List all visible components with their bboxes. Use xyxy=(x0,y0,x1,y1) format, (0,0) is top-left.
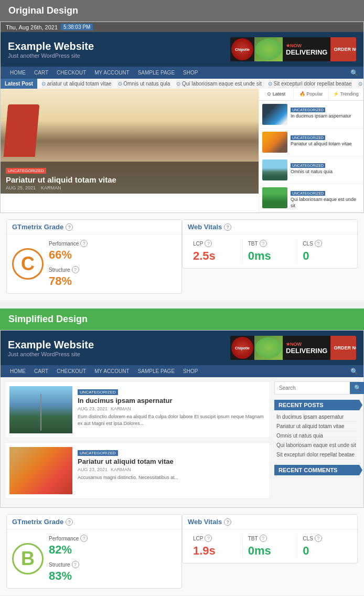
simp-cls-help-icon[interactable]: ? xyxy=(315,535,322,542)
simp-webvitals-panel: Web Vitals ? LCP ? 1.9s TBT ? xyxy=(182,514,358,589)
browser-topbar: Thu, Aug 26th, 2021 5:38:03 PM xyxy=(1,22,363,32)
cls-stat: CLS ? 0 xyxy=(297,240,352,263)
lcp-help-icon[interactable]: ? xyxy=(205,240,212,247)
simp-tbt-stat: TBT ? 0ms xyxy=(243,535,298,558)
simp-struct-help-icon[interactable]: ? xyxy=(72,561,79,568)
article-title-4[interactable]: Qui laboriosam eaque est unde sit xyxy=(291,197,360,209)
simp-structure-label: Structure ? xyxy=(49,561,88,568)
post-title-1[interactable]: In ducimus ipsam aspernatur xyxy=(78,397,265,405)
perf-help-icon[interactable]: ? xyxy=(80,240,88,247)
ad-text: ★NOW DELIVERING xyxy=(283,43,330,56)
article-title-3[interactable]: Omnis ut natus quia xyxy=(291,169,333,175)
gtmetrix-grade-panel: GTmetrix Grade ? C Performance ? 66% xyxy=(6,219,182,294)
ad-order-button[interactable]: ORDER NOW xyxy=(330,37,356,61)
ad-now-text: ★NOW xyxy=(286,43,327,48)
simplified-ad-text: ★NOW DELIVERING xyxy=(283,342,330,355)
search-input[interactable] xyxy=(275,382,350,394)
article-title-2[interactable]: Pariatur ut aliquid totam vitae xyxy=(291,141,352,147)
simplified-branding: Example Website Just another WordPress s… xyxy=(8,339,94,357)
content-area: UNCATEGORIZED Pariatur ut aliquid totam … xyxy=(1,89,363,212)
lcp-stat: LCP ? 2.5s xyxy=(188,240,243,263)
main-slider: UNCATEGORIZED Pariatur ut aliquid totam … xyxy=(1,89,259,194)
latest-badge: Latest Post xyxy=(1,79,37,89)
post-content-1: UNCATEGORIZED In ducimus ipsam aspernatu… xyxy=(78,386,265,433)
simp-nav-checkout[interactable]: CHECKOUT xyxy=(52,365,90,377)
grade-circle: C xyxy=(12,248,44,280)
recent-posts-widget: RECENT POSTS In ducimus ipsam aspernatur… xyxy=(274,400,359,460)
article-item-4: UNCATEGORIZED Qui laboriosam eaque est u… xyxy=(259,184,363,212)
simp-nav-shop[interactable]: SHOP xyxy=(179,365,202,377)
struct-help-icon[interactable]: ? xyxy=(72,266,79,273)
gtmetrix-help-icon[interactable]: ? xyxy=(66,224,73,231)
article-info-4: UNCATEGORIZED Qui laboriosam eaque est u… xyxy=(291,187,360,209)
cls-value: 0 xyxy=(303,249,347,263)
slider-category: UNCATEGORIZED xyxy=(6,168,46,174)
latest-item-2[interactable]: Omnis ut natus quia xyxy=(118,81,170,87)
site-header: Example Website Just another WordPress s… xyxy=(1,32,363,67)
post-cat-2: UNCATEGORIZED xyxy=(78,450,118,456)
performance-value: 66% xyxy=(49,248,88,262)
simp-tbt-help-icon[interactable]: ? xyxy=(260,535,267,542)
grade-stats: Performance ? 66% Structure ? 78% xyxy=(49,240,88,288)
article-item-3: UNCATEGORIZED Omnis ut natus quia xyxy=(259,156,363,184)
search-button[interactable]: 🔍 xyxy=(350,382,364,394)
tab-popular[interactable]: 🔥 Popular xyxy=(294,89,328,100)
post-title-2[interactable]: Pariatur ut aliquid totam vitae xyxy=(78,457,178,465)
article-item-1: UNCATEGORIZED In ducimus ipsam aspernatu… xyxy=(259,101,363,129)
simp-nav-samplepage[interactable]: SAMPLE PAGE xyxy=(134,365,179,377)
nav-search-icon[interactable]: 🔍 xyxy=(350,69,358,77)
simp-gtmetrix-help-icon[interactable]: ? xyxy=(66,518,73,526)
latest-item-3[interactable]: Qui laboriosam eaque est unde sit xyxy=(176,81,262,87)
post-meta-1: AUG 23, 2021 KARMAN xyxy=(78,406,265,411)
search-box[interactable]: 🔍 xyxy=(274,381,359,395)
article-title-1[interactable]: In ducimus ipsam aspernatur xyxy=(291,113,351,120)
latest-item-4[interactable]: Sit excepturi dolor repellat beatae xyxy=(268,81,352,87)
simplified-order-button[interactable]: ORDER NOW xyxy=(330,336,356,360)
post-author-2: KARMAN xyxy=(111,467,131,472)
simplified-section: Simplified Design Example Website Just a… xyxy=(0,308,364,595)
site-title: Example Website xyxy=(8,40,94,52)
recent-post-3[interactable]: Omnis ut natus quia xyxy=(274,431,359,441)
simp-cls-value: 0 xyxy=(303,544,347,558)
latest-item-5[interactable]: In ducin xyxy=(358,81,363,87)
cls-help-icon[interactable]: ? xyxy=(315,240,322,247)
tbt-help-icon[interactable]: ? xyxy=(260,240,267,247)
recent-post-1[interactable]: In ducimus ipsam aspernatur xyxy=(274,412,359,422)
recent-posts-title: RECENT POSTS xyxy=(274,400,359,410)
ad-banner[interactable]: Chipotle ★NOW DELIVERING ORDER NOW xyxy=(230,37,356,61)
gtmetrix-body: C Performance ? 66% Structure xyxy=(7,235,181,293)
nav-checkout[interactable]: CHECKOUT xyxy=(52,67,90,79)
recent-post-5[interactable]: Sit excepturi dolor repellat beatae xyxy=(274,450,359,460)
simp-lcp-label: LCP ? xyxy=(193,535,237,542)
simp-structure-stat: Structure ? 83% xyxy=(49,561,88,583)
simp-lcp-help-icon[interactable]: ? xyxy=(205,535,212,542)
recent-post-2[interactable]: Pariatur ut aliquid totam vitae xyxy=(274,422,359,431)
latest-bar: Latest Post ariatur ut aliquid totam vit… xyxy=(1,79,363,89)
recent-post-4[interactable]: Qui laboriosam eaque est unde sit xyxy=(274,441,359,450)
nav-shop[interactable]: SHOP xyxy=(179,67,202,79)
vitals-help-icon[interactable]: ? xyxy=(224,224,231,231)
section-gap xyxy=(0,300,364,308)
simp-nav-cart[interactable]: CART xyxy=(30,365,52,377)
nav-samplepage[interactable]: SAMPLE PAGE xyxy=(134,67,179,79)
simp-nav-home[interactable]: HOME xyxy=(6,365,30,377)
post-excerpt-2: Accusamus magni distinctio. Necessitatib… xyxy=(78,474,178,481)
simplified-header: Simplified Design xyxy=(0,308,364,330)
nav-home[interactable]: HOME xyxy=(6,67,30,79)
right-sidebar: ⊙ Latest 🔥 Popular ⚡ Trending UNCATEGORI… xyxy=(259,89,363,212)
tab-latest[interactable]: ⊙ Latest xyxy=(259,89,294,100)
simp-nav-search-icon[interactable]: 🔍 xyxy=(350,368,358,375)
simplified-ad-banner[interactable]: Chipotle ★NOW DELIVERING ORDER NOW xyxy=(230,336,356,360)
simp-vitals-body: LCP ? 1.9s TBT ? 0ms CLS xyxy=(183,529,357,563)
nav-myaccount[interactable]: MY ACCOUNT xyxy=(90,67,134,79)
latest-item-1[interactable]: ariatur ut aliquid totam vitae xyxy=(41,81,112,87)
post-excerpt-1: Eum distinctio dolorem ea aliquid Ea cul… xyxy=(78,413,265,427)
simp-vitals-help-icon[interactable]: ? xyxy=(224,518,231,526)
structure-value: 78% xyxy=(49,274,88,288)
slider-title: Pariatur ut aliquid totam vitae xyxy=(6,175,253,184)
tab-trending[interactable]: ⚡ Trending xyxy=(329,89,363,100)
simp-tbt-value: 0ms xyxy=(248,544,292,558)
nav-cart[interactable]: CART xyxy=(30,67,52,79)
simp-nav-myaccount[interactable]: MY ACCOUNT xyxy=(90,365,134,377)
simp-perf-help-icon[interactable]: ? xyxy=(80,535,88,542)
